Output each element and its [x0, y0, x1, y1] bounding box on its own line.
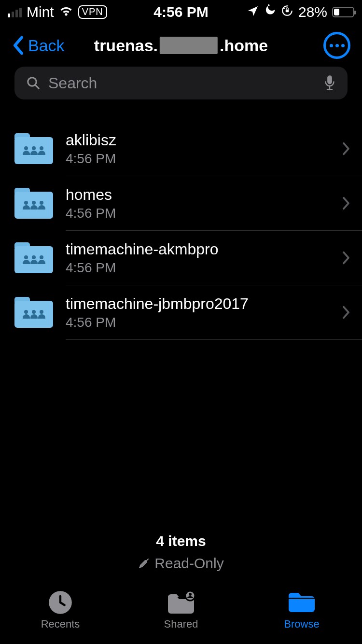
tab-label: Recents [41, 618, 80, 630]
folder-list: aklibisz 4:56 PM homes 4:56 PM [0, 107, 362, 340]
carrier-label: Mint [27, 4, 54, 20]
navigation-bar: Back truenas. .home [0, 24, 362, 67]
folder-name: homes [66, 186, 342, 204]
tab-bar: Recents Shared Browse [0, 586, 362, 644]
rotation-lock-icon [281, 4, 293, 20]
folder-name: timemachine-akmbpro [66, 240, 342, 258]
vpn-badge: VPN [78, 5, 107, 19]
folder-tab-icon [287, 590, 316, 615]
battery-percentage: 28% [298, 4, 327, 20]
title-suffix: .home [220, 36, 268, 55]
cellular-signal-icon [8, 7, 22, 17]
folder-time: 4:56 PM [66, 260, 342, 276]
chevron-right-icon [342, 196, 350, 210]
page-title: truenas. .home [94, 36, 268, 55]
pencil-slash-icon [138, 558, 150, 569]
tab-shared[interactable]: Shared [121, 590, 241, 644]
back-label: Back [28, 36, 65, 55]
location-icon [247, 4, 259, 20]
svg-rect-1 [286, 10, 289, 12]
do-not-disturb-icon [264, 4, 276, 20]
list-item[interactable]: homes 4:56 PM [0, 176, 362, 230]
svg-point-10 [189, 593, 192, 596]
status-bar: Mint VPN 4:56 PM 28% [0, 0, 362, 24]
footer-summary: 4 items Read-Only [0, 533, 362, 572]
clock-icon [48, 590, 73, 615]
chevron-right-icon [342, 141, 350, 156]
shared-folder-icon [14, 188, 53, 219]
status-time: 4:56 PM [153, 4, 208, 20]
search-field[interactable] [14, 67, 348, 99]
svg-rect-11 [289, 598, 315, 599]
readonly-label: Read-Only [154, 555, 223, 572]
svg-rect-4 [327, 75, 332, 84]
chevron-right-icon [342, 305, 350, 320]
folder-time: 4:56 PM [66, 315, 342, 330]
microphone-icon[interactable] [323, 75, 336, 91]
battery-icon [332, 7, 354, 17]
list-item[interactable]: aklibisz 4:56 PM [0, 122, 362, 176]
shared-folder-icon [14, 133, 53, 164]
folder-time: 4:56 PM [66, 206, 342, 221]
svg-line-7 [139, 559, 148, 568]
back-button[interactable]: Back [12, 36, 65, 55]
folder-name: aklibisz [66, 131, 342, 149]
more-options-button[interactable] [323, 32, 350, 59]
tab-label: Browse [284, 618, 319, 630]
folder-time: 4:56 PM [66, 151, 342, 167]
title-prefix: truenas. [94, 36, 158, 55]
list-item[interactable]: timemachine-jbmbpro2017 4:56 PM [0, 285, 362, 339]
title-redacted [160, 37, 218, 54]
shared-folder-tab-icon [166, 590, 196, 615]
search-icon [26, 76, 41, 90]
tab-browse[interactable]: Browse [241, 590, 362, 644]
wifi-icon [59, 4, 73, 20]
search-input[interactable] [48, 74, 316, 92]
list-item[interactable]: timemachine-akmbpro 4:56 PM [0, 231, 362, 285]
tab-recents[interactable]: Recents [0, 590, 121, 644]
chevron-right-icon [342, 251, 350, 265]
chevron-left-icon [12, 36, 25, 55]
tab-label: Shared [164, 618, 198, 630]
item-count: 4 items [0, 533, 362, 549]
folder-name: timemachine-jbmbpro2017 [66, 295, 342, 313]
shared-folder-icon [14, 242, 53, 273]
svg-line-3 [35, 85, 39, 88]
shared-folder-icon [14, 297, 53, 328]
